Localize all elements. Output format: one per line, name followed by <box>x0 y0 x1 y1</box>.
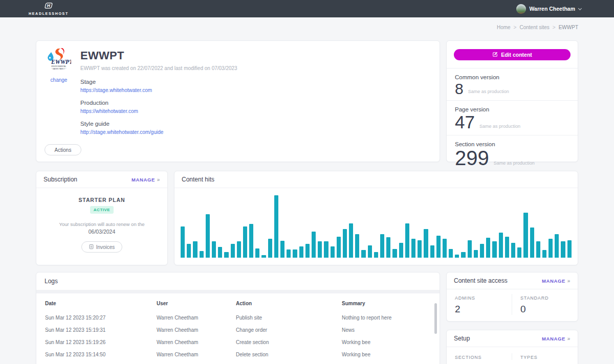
renew-text: Your subscription will auto renew on the <box>36 221 167 227</box>
chart-bar <box>249 224 253 258</box>
chart-bar <box>561 241 565 258</box>
content-hits-title: Content hits <box>182 176 214 183</box>
chart-bar <box>436 236 441 258</box>
subscription-card: Subscription MANAGE » STARTER PLAN ACTIV… <box>36 171 168 265</box>
column-summary: Summary <box>342 301 431 306</box>
chart-bar <box>536 241 540 258</box>
common-version-section: Common version 8 Same as production <box>447 68 578 100</box>
edit-icon <box>492 52 498 58</box>
brand-logo[interactable]: H HEADLESSHOST <box>29 2 69 15</box>
breadcrumb-item[interactable]: Content sites <box>519 25 549 30</box>
chart-bar <box>405 223 409 258</box>
access-title: Content site access <box>454 277 508 284</box>
table-cell: Create section <box>236 339 342 345</box>
chart-bar <box>443 239 447 258</box>
chart-bar <box>449 249 453 258</box>
production-url-link[interactable]: https://whitehotwater.com <box>80 108 138 114</box>
scrollbar-thumb[interactable] <box>434 303 437 334</box>
table-cell: Publish site <box>236 315 342 321</box>
chart-bar <box>468 240 472 258</box>
invoices-button[interactable]: Invoices <box>81 241 123 253</box>
setup-manage-label: MANAGE <box>542 336 565 342</box>
table-cell: Working bee <box>342 352 431 357</box>
common-version-label: Common version <box>455 74 569 80</box>
breadcrumb-item[interactable]: Home <box>497 25 511 30</box>
table-cell: Sun Mar 12 2023 15:19:26 <box>45 339 157 345</box>
chart-bar <box>424 229 428 258</box>
chart-bar <box>318 241 322 258</box>
breadcrumb-item[interactable]: EWWPT <box>559 25 578 30</box>
stage-label: Stage <box>80 79 237 85</box>
breadcrumb-separator: > <box>553 25 556 30</box>
chart-bar <box>361 250 365 258</box>
chart-bar <box>517 247 521 258</box>
access-manage-link[interactable]: MANAGE » <box>542 278 571 284</box>
chart-bar <box>293 249 297 258</box>
actions-button[interactable]: Actions <box>45 144 81 155</box>
chart-bar <box>486 238 490 258</box>
edit-content-label: Edit content <box>501 52 532 58</box>
chart-bar <box>261 255 266 258</box>
chart-bar <box>392 249 397 258</box>
table-cell: Delete section <box>236 352 342 357</box>
divider <box>36 290 440 293</box>
page-title: EWWPT <box>80 49 237 62</box>
chart-bar <box>312 232 316 258</box>
chart-bar <box>567 240 572 258</box>
chart-bar <box>511 243 515 258</box>
chart-bar <box>505 237 509 258</box>
style-guide-url-link[interactable]: http://stage.whitehotwater.com/guide <box>80 129 163 135</box>
invoices-label: Invoices <box>96 244 115 250</box>
site-logo-caption-1: ENVIRONMENTAL <box>52 65 67 67</box>
status-badge: ACTIVE <box>90 206 114 214</box>
page-version-section: Page version 47 Same as production <box>447 100 578 135</box>
logs-card: Logs Date User Action Summary Sun Mar 12… <box>36 272 440 364</box>
table-cell: Warren Cheetham <box>157 339 236 345</box>
user-name: Warren Cheetham <box>530 6 575 12</box>
standard-stat: STANDARD 0 <box>512 294 578 315</box>
chart-bar <box>243 226 247 258</box>
avatar <box>516 4 526 14</box>
chart-bar <box>331 246 335 258</box>
column-action: Action <box>236 301 342 306</box>
stage-url-link[interactable]: https://stage.whitehotwater.com <box>80 87 152 93</box>
user-menu[interactable]: Warren Cheetham <box>516 4 581 14</box>
table-cell: Sun Mar 12 2023 15:19:31 <box>45 327 157 333</box>
table-row: Sun Mar 12 2023 15:19:31Warren CheethamC… <box>36 324 440 336</box>
admins-label: ADMINS <box>455 295 503 301</box>
types-label: TYPES <box>520 355 569 360</box>
style-guide-label: Style guide <box>80 121 237 127</box>
production-label: Production <box>80 100 237 106</box>
table-row: Sun Mar 12 2023 15:14:37Warren CheethamU… <box>36 360 440 364</box>
table-row: Sun Mar 12 2023 15:20:27Warren CheethamP… <box>36 311 440 324</box>
chart-bar <box>299 246 303 258</box>
chart-bar <box>386 237 390 258</box>
site-logo-text: EWWPT <box>51 59 71 65</box>
svg-text:H: H <box>47 3 51 8</box>
chart-bar <box>280 241 284 258</box>
section-version-label: Section version <box>455 141 569 147</box>
chart-bar <box>492 241 496 258</box>
double-chevron-icon: » <box>567 336 571 342</box>
renew-date: 06/03/2024 <box>36 229 167 235</box>
setup-card: Setup MANAGE » SECTIONS TYPES <box>446 330 578 364</box>
chart-bar <box>480 244 484 258</box>
site-logo: EWWPT ENVIRONMENTAL " WATER PARK T " <box>47 63 71 72</box>
subscription-title: Subscription <box>43 176 77 183</box>
chart-bar <box>255 248 259 258</box>
subscription-manage-link[interactable]: MANAGE » <box>131 177 160 183</box>
chart-bar <box>218 247 222 258</box>
table-cell: Sun Mar 12 2023 15:14:50 <box>45 352 157 357</box>
chart-bar <box>411 239 415 258</box>
edit-content-button[interactable]: Edit content <box>454 49 571 60</box>
table-cell: Warren Cheetham <box>157 315 236 321</box>
section-version-section: Section version 299 Same as production <box>447 135 578 172</box>
setup-manage-link[interactable]: MANAGE » <box>542 336 571 342</box>
change-logo-link[interactable]: change <box>51 77 68 83</box>
sections-label: SECTIONS <box>455 355 503 360</box>
chart-bar <box>224 252 228 258</box>
breadcrumb: Home>Content sites>EWWPT <box>36 25 578 30</box>
content-hits-bars <box>174 188 578 265</box>
chart-bar <box>455 255 459 258</box>
chart-bar <box>474 250 478 258</box>
